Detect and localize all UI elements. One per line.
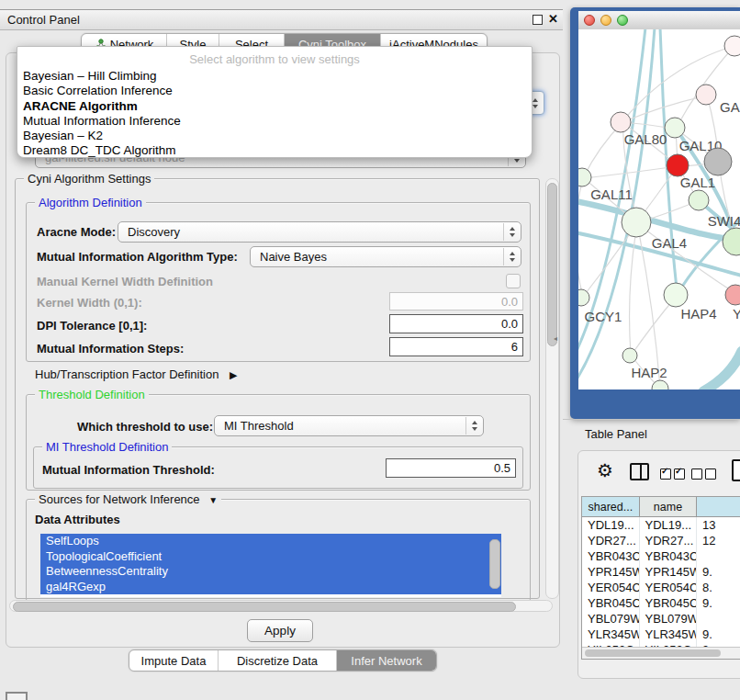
select-all-checkboxes-icon[interactable]: ✓✓ <box>660 465 688 481</box>
dpi-tolerance-field[interactable]: 0.0 <box>389 314 523 333</box>
table-row[interactable]: YLR345WYLR345W9. <box>582 627 740 642</box>
table-cell: 8. <box>697 580 740 595</box>
table-cell: YBR043C <box>582 548 640 564</box>
manual-kernel-checkbox[interactable] <box>506 274 521 288</box>
which-threshold-combobox[interactable]: MI Threshold <box>214 415 484 436</box>
scrollbar-thumb[interactable] <box>547 183 557 346</box>
mi-type-combobox[interactable]: Naive Bayes <box>250 246 521 267</box>
table-row[interactable]: YBL079WYBL079W <box>582 611 740 627</box>
data-attribute-item[interactable]: BetweennessCentrality <box>40 564 501 580</box>
table-cell: YBR045C <box>640 595 698 611</box>
network-node[interactable] <box>723 228 740 255</box>
mi-type-label: Mutual Information Algorithm Type: <box>37 250 238 264</box>
algorithm-dropdown: Select algorithm to view settings Bayesi… <box>17 46 533 158</box>
data-attributes-list[interactable]: SelfLoopsTopologicalCoefficientBetweenne… <box>40 534 501 597</box>
zoom-traffic-light-icon[interactable] <box>617 15 628 26</box>
hub-expander[interactable]: Hub/Transcription Factor Definition ▶ <box>35 367 237 381</box>
network-node[interactable] <box>724 36 740 56</box>
network-node[interactable] <box>664 283 688 307</box>
algorithm-option[interactable]: Mutual Information Inference <box>17 114 532 129</box>
kernel-width-field[interactable]: 0.0 <box>389 292 523 310</box>
expand-right-icon: ▶ <box>230 369 237 381</box>
table-row[interactable]: YBR043CYBR043C <box>582 548 740 564</box>
aracne-mode-combobox[interactable]: Discovery <box>118 221 521 243</box>
table-row[interactable]: YPR145WYPR145W9. <box>582 564 740 580</box>
network-node[interactable] <box>704 148 732 175</box>
network-node[interactable] <box>622 208 651 237</box>
deselect-all-checkboxes-icon[interactable] <box>691 465 719 481</box>
panel-splitter-handle[interactable]: ◂ <box>554 334 557 343</box>
control-panel-titlebar: Control Panel ✕ <box>0 9 563 30</box>
algorithm-option[interactable]: Dream8 DC_TDC Algorithm <box>17 143 532 158</box>
kernel-width-label: Kernel Width (0,1): <box>37 296 142 310</box>
data-attribute-item[interactable]: gal4RGexp <box>40 580 501 595</box>
table-body: YDL19...YDL19...13YDR27...YDR27...12YBR0… <box>582 517 740 658</box>
settings-horizontal-scrollbar[interactable] <box>9 600 553 612</box>
scrollbar-thumb[interactable] <box>13 602 516 612</box>
algorithm-option[interactable]: Bayesian – K2 <box>17 129 532 143</box>
data-attribute-item[interactable]: SelfLoops <box>40 534 501 549</box>
network-canvas[interactable]: GALGAL80GAL10GAL1GAL11GAL4SWI4GCY1HAP4YH… <box>578 29 740 390</box>
new-table-icon[interactable] <box>732 459 740 481</box>
table-cell: YDR27... <box>640 533 698 548</box>
collapsed-panel-icon[interactable] <box>6 692 28 700</box>
table-row[interactable]: YDR27...YDR27...12 <box>582 533 740 548</box>
aracne-mode-label: Aracne Mode: <box>37 225 116 239</box>
settings-vertical-scrollbar[interactable] <box>545 178 559 599</box>
table-row[interactable]: YBR045CYBR045C9. <box>582 595 740 611</box>
data-attribute-item[interactable]: TopologicalCoefficient <box>40 549 501 565</box>
algorithm-option[interactable]: Basic Correlation Inference <box>17 84 532 98</box>
node-label: Y <box>733 306 740 322</box>
attributes-list-scrollbar[interactable] <box>489 539 500 589</box>
combo-spinner-icon <box>503 223 520 241</box>
algorithm-dropdown-list: Bayesian – Hill ClimbingBasic Correlatio… <box>17 69 532 159</box>
column-header[interactable]: name <box>640 497 698 517</box>
network-node[interactable] <box>578 289 589 306</box>
node-label: GAL4 <box>652 235 687 251</box>
mi-steps-label: Mutual Information Steps: <box>37 342 184 356</box>
sources-group-title[interactable]: Sources for Network Inference ▼ <box>35 492 221 507</box>
table-cell: 13 <box>697 517 740 533</box>
table-cell: YER054C <box>640 580 698 595</box>
algorithm-option[interactable]: ARACNE Algorithm <box>17 99 532 114</box>
network-node[interactable] <box>689 190 709 210</box>
tab-infer-network[interactable]: Infer Network <box>336 650 436 671</box>
float-window-icon[interactable] <box>533 15 543 25</box>
mi-steps-field[interactable]: 6 <box>389 337 523 356</box>
table-cell <box>697 611 740 627</box>
column-header[interactable] <box>697 497 740 517</box>
node-label: GAL11 <box>590 186 633 202</box>
network-node[interactable] <box>667 154 689 176</box>
close-icon[interactable]: ✕ <box>548 12 558 26</box>
tab-discretize-data[interactable]: Discretize Data <box>218 650 336 671</box>
network-node[interactable] <box>611 112 631 132</box>
combo-spinner-icon <box>503 248 520 265</box>
collapse-down-icon: ▼ <box>208 493 218 507</box>
network-edges <box>578 29 740 390</box>
columns-icon[interactable] <box>630 463 649 480</box>
tab-impute-data[interactable]: Impute Data <box>129 650 218 671</box>
algorithm-dropdown-placeholder: Select algorithm to view settings <box>17 52 532 69</box>
network-node[interactable] <box>578 168 591 186</box>
close-traffic-light-icon[interactable] <box>584 15 595 26</box>
network-node[interactable] <box>622 348 637 363</box>
table-header-row: shared...name <box>582 497 740 517</box>
column-header[interactable]: shared... <box>582 497 640 517</box>
settings-gear-icon[interactable]: ⚙ <box>597 459 613 481</box>
minimize-traffic-light-icon[interactable] <box>600 15 611 26</box>
network-window-titlebar[interactable] <box>578 11 740 30</box>
table-cell: YPR145W <box>582 564 640 580</box>
algorithm-option[interactable]: Bayesian – Hill Climbing <box>17 69 532 84</box>
mi-threshold-field[interactable]: 0.5 <box>386 458 516 478</box>
node-label: GAL <box>720 99 740 115</box>
threshold-definition-title: Threshold Definition <box>35 388 149 401</box>
tab-discretize-data-label: Discretize Data <box>237 654 318 668</box>
table-row[interactable]: YER054CYER054C8. <box>582 580 740 595</box>
table-horizontal-scrollbar[interactable] <box>582 647 740 659</box>
table-row[interactable]: YDL19...YDL19...13 <box>582 517 740 533</box>
network-node[interactable] <box>652 380 668 390</box>
table-cell: 12 <box>697 533 740 548</box>
network-node[interactable] <box>665 118 685 138</box>
apply-button[interactable]: Apply <box>247 619 313 642</box>
network-node[interactable] <box>696 85 716 105</box>
